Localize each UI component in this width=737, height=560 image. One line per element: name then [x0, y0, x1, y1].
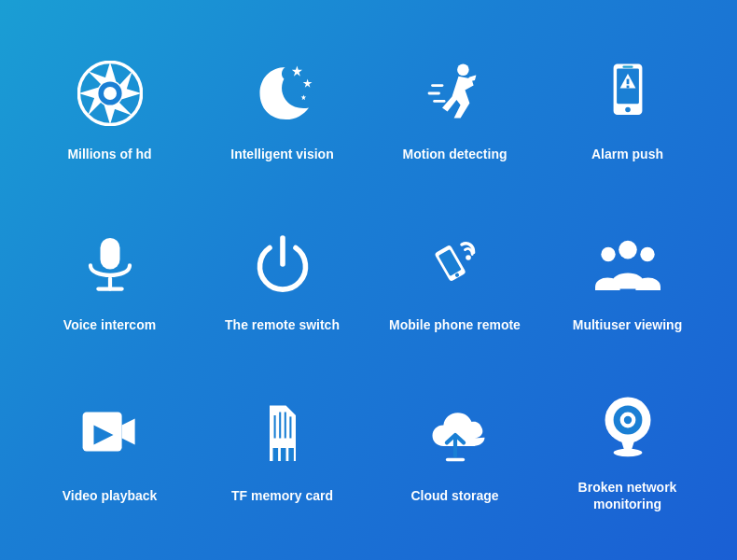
tf-memory-card-label: TF memory card: [231, 487, 333, 504]
feature-motion-detecting: Motion detecting: [368, 23, 541, 194]
webcam-icon: [591, 389, 665, 464]
motion-detecting-label: Motion detecting: [403, 146, 508, 162]
features-grid: Millions of hd Intelligent vision: [14, 14, 723, 546]
svg-point-10: [625, 106, 631, 112]
running-person-icon: [418, 56, 493, 131]
svg-point-23: [619, 241, 637, 259]
svg-point-25: [640, 247, 654, 261]
moon-stars-icon: [245, 56, 320, 131]
svg-rect-15: [100, 238, 119, 270]
broken-network-monitoring-label: Broken network monitoring: [550, 479, 704, 512]
feature-mobile-phone-remote: Mobile phone remote: [368, 194, 541, 365]
voice-intercom-label: Voice intercom: [63, 316, 156, 333]
power-button-icon: [245, 227, 320, 301]
video-play-icon: [73, 398, 147, 472]
svg-rect-13: [626, 85, 629, 88]
svg-point-41: [613, 449, 642, 456]
svg-marker-4: [291, 65, 301, 76]
feature-tf-memory-card: TF memory card: [196, 366, 368, 537]
alarm-push-label: Alarm push: [591, 146, 663, 162]
remote-switch-label: The remote switch: [225, 316, 340, 333]
phone-alert-icon: [591, 56, 665, 131]
intelligent-vision-label: Intelligent vision: [230, 146, 333, 162]
feature-video-playback: Video playback: [23, 366, 196, 537]
memory-card-icon: [245, 398, 320, 472]
feature-remote-switch: The remote switch: [196, 194, 368, 365]
svg-point-40: [623, 416, 631, 424]
feature-broken-network-monitoring: Broken network monitoring: [541, 366, 714, 537]
svg-point-24: [601, 247, 615, 261]
svg-rect-28: [272, 448, 278, 461]
phone-signal-icon: [418, 227, 493, 301]
millions-hd-label: Millions of hd: [67, 146, 151, 162]
svg-rect-29: [280, 448, 285, 461]
cloud-storage-label: Cloud storage: [410, 487, 498, 504]
svg-point-22: [466, 255, 471, 260]
feature-multiuser-viewing: Multiuser viewing: [541, 194, 714, 365]
multiuser-viewing-label: Multiuser viewing: [573, 316, 682, 333]
svg-marker-6: [300, 94, 306, 100]
cloud-upload-icon: [418, 398, 493, 472]
svg-point-7: [457, 63, 469, 76]
video-playback-label: Video playback: [63, 487, 158, 504]
microphone-icon: [73, 227, 147, 301]
feature-millions-hd: Millions of hd: [23, 23, 196, 194]
feature-alarm-push: Alarm push: [541, 23, 714, 194]
svg-rect-14: [622, 65, 633, 67]
feature-cloud-storage: Cloud storage: [368, 366, 541, 537]
svg-rect-30: [288, 448, 294, 461]
feature-intelligent-vision: Intelligent vision: [196, 23, 368, 194]
feature-voice-intercom: Voice intercom: [23, 194, 196, 365]
camera-aperture-icon: [73, 56, 147, 131]
svg-rect-12: [626, 78, 629, 84]
mobile-phone-remote-label: Mobile phone remote: [389, 316, 521, 333]
multiple-users-icon: [591, 227, 665, 301]
svg-point-3: [104, 87, 117, 100]
svg-marker-5: [302, 78, 312, 87]
